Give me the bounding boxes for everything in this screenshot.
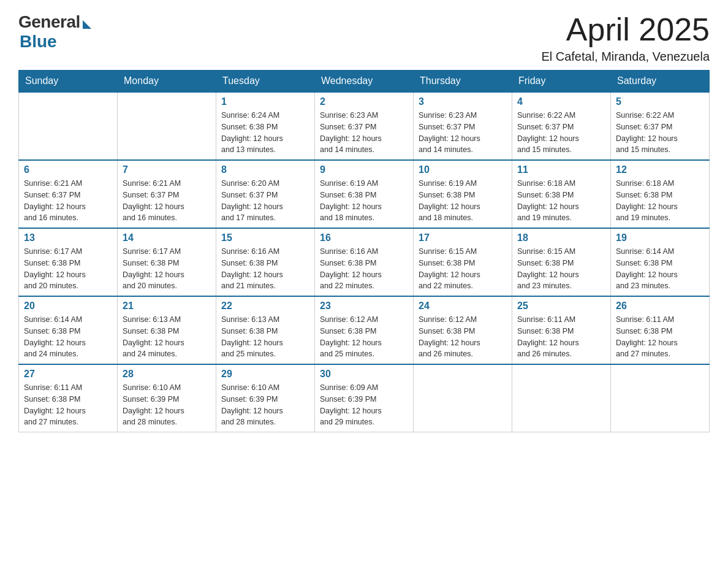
week-row-5: 27Sunrise: 6:11 AMSunset: 6:38 PMDayligh…	[19, 364, 710, 432]
day-info: Sunrise: 6:20 AMSunset: 6:37 PMDaylight:…	[221, 178, 309, 224]
day-number: 11	[517, 164, 605, 175]
calendar-cell: 25Sunrise: 6:11 AMSunset: 6:38 PMDayligh…	[512, 296, 611, 364]
calendar-cell: 23Sunrise: 6:12 AMSunset: 6:38 PMDayligh…	[315, 296, 414, 364]
calendar-cell	[414, 364, 512, 432]
calendar-cell: 4Sunrise: 6:22 AMSunset: 6:37 PMDaylight…	[512, 92, 611, 160]
page-header: General Blue April 2025 El Cafetal, Mira…	[18, 12, 710, 64]
day-number: 30	[320, 369, 408, 380]
calendar-cell: 17Sunrise: 6:15 AMSunset: 6:38 PMDayligh…	[414, 228, 512, 296]
day-info: Sunrise: 6:23 AMSunset: 6:37 PMDaylight:…	[320, 110, 408, 156]
day-number: 3	[419, 96, 507, 107]
day-number: 24	[419, 301, 507, 312]
day-number: 2	[320, 96, 408, 107]
calendar-cell: 26Sunrise: 6:11 AMSunset: 6:38 PMDayligh…	[611, 296, 710, 364]
logo-blue-text: Blue	[20, 32, 57, 52]
day-info: Sunrise: 6:11 AMSunset: 6:38 PMDaylight:…	[24, 382, 112, 428]
logo-general-text: General	[18, 12, 80, 32]
calendar-header-tuesday: Tuesday	[216, 71, 315, 93]
day-number: 21	[123, 301, 211, 312]
week-row-4: 20Sunrise: 6:14 AMSunset: 6:38 PMDayligh…	[19, 296, 710, 364]
day-number: 27	[24, 369, 112, 380]
day-info: Sunrise: 6:19 AMSunset: 6:38 PMDaylight:…	[419, 178, 507, 224]
day-number: 19	[616, 232, 704, 243]
day-number: 29	[221, 369, 309, 380]
day-info: Sunrise: 6:09 AMSunset: 6:39 PMDaylight:…	[320, 382, 408, 428]
day-number: 20	[24, 301, 112, 312]
day-number: 10	[419, 164, 507, 175]
day-info: Sunrise: 6:14 AMSunset: 6:38 PMDaylight:…	[24, 314, 112, 360]
week-row-1: 1Sunrise: 6:24 AMSunset: 6:38 PMDaylight…	[19, 92, 710, 160]
calendar-cell: 13Sunrise: 6:17 AMSunset: 6:38 PMDayligh…	[19, 228, 118, 296]
day-number: 13	[24, 232, 112, 243]
day-info: Sunrise: 6:21 AMSunset: 6:37 PMDaylight:…	[24, 178, 112, 224]
day-info: Sunrise: 6:24 AMSunset: 6:38 PMDaylight:…	[221, 110, 309, 156]
day-number: 6	[24, 164, 112, 175]
calendar-header-monday: Monday	[118, 71, 216, 93]
calendar-cell: 14Sunrise: 6:17 AMSunset: 6:38 PMDayligh…	[118, 228, 216, 296]
day-info: Sunrise: 6:11 AMSunset: 6:38 PMDaylight:…	[517, 314, 605, 360]
calendar-header-thursday: Thursday	[414, 71, 512, 93]
day-info: Sunrise: 6:10 AMSunset: 6:39 PMDaylight:…	[123, 382, 211, 428]
calendar-cell: 15Sunrise: 6:16 AMSunset: 6:38 PMDayligh…	[216, 228, 315, 296]
calendar-table: SundayMondayTuesdayWednesdayThursdayFrid…	[18, 70, 710, 432]
day-info: Sunrise: 6:15 AMSunset: 6:38 PMDaylight:…	[517, 246, 605, 292]
day-info: Sunrise: 6:12 AMSunset: 6:38 PMDaylight:…	[320, 314, 408, 360]
calendar-header-wednesday: Wednesday	[315, 71, 414, 93]
day-info: Sunrise: 6:19 AMSunset: 6:38 PMDaylight:…	[320, 178, 408, 224]
calendar-cell: 9Sunrise: 6:19 AMSunset: 6:38 PMDaylight…	[315, 160, 414, 228]
day-number: 8	[221, 164, 309, 175]
calendar-header-saturday: Saturday	[611, 71, 710, 93]
calendar-cell: 3Sunrise: 6:23 AMSunset: 6:37 PMDaylight…	[414, 92, 512, 160]
calendar-cell: 20Sunrise: 6:14 AMSunset: 6:38 PMDayligh…	[19, 296, 118, 364]
day-number: 17	[419, 232, 507, 243]
calendar-cell: 18Sunrise: 6:15 AMSunset: 6:38 PMDayligh…	[512, 228, 611, 296]
calendar-cell: 11Sunrise: 6:18 AMSunset: 6:38 PMDayligh…	[512, 160, 611, 228]
calendar-cell: 30Sunrise: 6:09 AMSunset: 6:39 PMDayligh…	[315, 364, 414, 432]
day-info: Sunrise: 6:13 AMSunset: 6:38 PMDaylight:…	[123, 314, 211, 360]
calendar-cell: 12Sunrise: 6:18 AMSunset: 6:38 PMDayligh…	[611, 160, 710, 228]
day-number: 16	[320, 232, 408, 243]
day-number: 9	[320, 164, 408, 175]
calendar-header-friday: Friday	[512, 71, 611, 93]
day-number: 14	[123, 232, 211, 243]
day-info: Sunrise: 6:21 AMSunset: 6:37 PMDaylight:…	[123, 178, 211, 224]
calendar-cell: 6Sunrise: 6:21 AMSunset: 6:37 PMDaylight…	[19, 160, 118, 228]
day-info: Sunrise: 6:14 AMSunset: 6:38 PMDaylight:…	[616, 246, 704, 292]
calendar-cell: 2Sunrise: 6:23 AMSunset: 6:37 PMDaylight…	[315, 92, 414, 160]
calendar-cell: 8Sunrise: 6:20 AMSunset: 6:37 PMDaylight…	[216, 160, 315, 228]
calendar-cell: 29Sunrise: 6:10 AMSunset: 6:39 PMDayligh…	[216, 364, 315, 432]
day-number: 22	[221, 301, 309, 312]
day-info: Sunrise: 6:16 AMSunset: 6:38 PMDaylight:…	[320, 246, 408, 292]
calendar-cell: 10Sunrise: 6:19 AMSunset: 6:38 PMDayligh…	[414, 160, 512, 228]
day-number: 12	[616, 164, 704, 175]
calendar-cell	[512, 364, 611, 432]
day-number: 7	[123, 164, 211, 175]
day-info: Sunrise: 6:22 AMSunset: 6:37 PMDaylight:…	[616, 110, 704, 156]
day-number: 26	[616, 301, 704, 312]
calendar-cell: 28Sunrise: 6:10 AMSunset: 6:39 PMDayligh…	[118, 364, 216, 432]
calendar-cell: 24Sunrise: 6:12 AMSunset: 6:38 PMDayligh…	[414, 296, 512, 364]
day-info: Sunrise: 6:13 AMSunset: 6:38 PMDaylight:…	[221, 314, 309, 360]
title-section: April 2025 El Cafetal, Miranda, Venezuel…	[541, 12, 710, 64]
logo-arrow-icon	[83, 20, 91, 29]
week-row-2: 6Sunrise: 6:21 AMSunset: 6:37 PMDaylight…	[19, 160, 710, 228]
day-info: Sunrise: 6:17 AMSunset: 6:38 PMDaylight:…	[123, 246, 211, 292]
logo: General Blue	[18, 12, 91, 52]
day-number: 25	[517, 301, 605, 312]
calendar-cell: 5Sunrise: 6:22 AMSunset: 6:37 PMDaylight…	[611, 92, 710, 160]
day-info: Sunrise: 6:10 AMSunset: 6:39 PMDaylight:…	[221, 382, 309, 428]
calendar-cell	[118, 92, 216, 160]
day-info: Sunrise: 6:16 AMSunset: 6:38 PMDaylight:…	[221, 246, 309, 292]
day-number: 1	[221, 96, 309, 107]
day-info: Sunrise: 6:18 AMSunset: 6:38 PMDaylight:…	[517, 178, 605, 224]
day-number: 5	[616, 96, 704, 107]
calendar-cell: 21Sunrise: 6:13 AMSunset: 6:38 PMDayligh…	[118, 296, 216, 364]
calendar-cell: 22Sunrise: 6:13 AMSunset: 6:38 PMDayligh…	[216, 296, 315, 364]
calendar-cell: 27Sunrise: 6:11 AMSunset: 6:38 PMDayligh…	[19, 364, 118, 432]
day-number: 18	[517, 232, 605, 243]
calendar-cell: 19Sunrise: 6:14 AMSunset: 6:38 PMDayligh…	[611, 228, 710, 296]
day-number: 23	[320, 301, 408, 312]
day-info: Sunrise: 6:12 AMSunset: 6:38 PMDaylight:…	[419, 314, 507, 360]
day-info: Sunrise: 6:23 AMSunset: 6:37 PMDaylight:…	[419, 110, 507, 156]
day-info: Sunrise: 6:18 AMSunset: 6:38 PMDaylight:…	[616, 178, 704, 224]
